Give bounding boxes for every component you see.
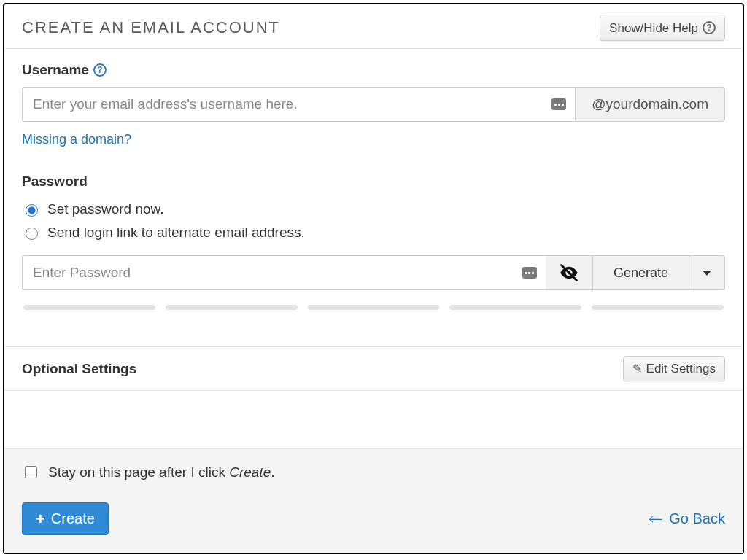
radio-set-password-now[interactable]: Set password now. xyxy=(22,201,725,217)
missing-domain-link[interactable]: Missing a domain? xyxy=(22,132,131,147)
generate-password-dropdown[interactable] xyxy=(689,255,725,290)
radio-set-password-now-input[interactable] xyxy=(26,204,38,217)
pencil-icon: ✎ xyxy=(632,363,642,375)
username-label: Username xyxy=(22,62,89,78)
create-button[interactable]: + Create xyxy=(22,502,109,535)
username-input[interactable] xyxy=(22,87,575,122)
help-icon[interactable]: ? xyxy=(93,63,107,77)
password-manager-icon[interactable] xyxy=(551,98,566,110)
help-icon: ? xyxy=(703,21,716,34)
password-label: Password xyxy=(22,174,88,190)
go-back-link[interactable]: 🡐 Go Back xyxy=(649,510,725,527)
generate-password-label: Generate xyxy=(614,265,668,281)
password-manager-icon[interactable] xyxy=(522,267,537,279)
password-input[interactable] xyxy=(22,255,546,290)
arrow-left-icon: 🡐 xyxy=(649,512,663,526)
stay-on-page-label: Stay on this page after I click Create. xyxy=(48,464,275,481)
create-button-label: Create xyxy=(51,510,95,527)
password-strength-meter xyxy=(22,305,725,310)
chevron-down-icon xyxy=(703,271,711,276)
radio-send-login-link-label: Send login link to alternate email addre… xyxy=(47,225,305,241)
radio-send-login-link-input[interactable] xyxy=(26,228,38,240)
stay-on-page-checkbox[interactable]: Stay on this page after I click Create. xyxy=(22,464,725,481)
reveal-password-button[interactable] xyxy=(546,255,593,290)
eye-slash-icon xyxy=(559,262,579,283)
radio-send-login-link[interactable]: Send login link to alternate email addre… xyxy=(22,225,725,241)
go-back-label: Go Back xyxy=(669,510,725,527)
stay-on-page-input[interactable] xyxy=(25,466,37,478)
radio-set-password-now-label: Set password now. xyxy=(47,201,163,217)
show-hide-help-button[interactable]: Show/Hide Help ? xyxy=(600,15,725,41)
generate-password-button[interactable]: Generate xyxy=(593,255,689,290)
edit-settings-button[interactable]: ✎ Edit Settings xyxy=(623,356,725,381)
show-hide-help-label: Show/Hide Help xyxy=(609,22,698,34)
optional-settings-title: Optional Settings xyxy=(22,361,136,377)
plus-icon: + xyxy=(36,511,45,527)
page-title: Create an Email Account xyxy=(22,18,280,37)
edit-settings-label: Edit Settings xyxy=(646,362,716,375)
domain-addon: @yourdomain.com xyxy=(575,87,725,122)
